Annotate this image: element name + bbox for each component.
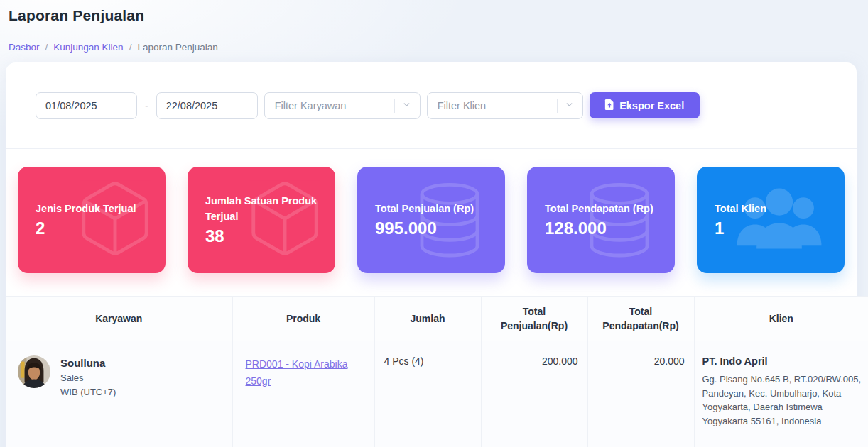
stat-value: 38 [205, 226, 322, 246]
column-header-total-pendapatan: Total Pendapatan(Rp) [587, 297, 694, 341]
column-header-karyawan: Karyawan [6, 297, 232, 341]
stat-value: 995.000 [375, 219, 492, 238]
stat-card-total-klien: Total Klien 1 [697, 167, 845, 273]
employee-timezone: WIB (UTC+7) [60, 385, 116, 399]
page-title: Laporan Penjualan [9, 7, 868, 24]
column-header-jumlah: Jumlah [374, 297, 481, 341]
filter-bar: - Filter Karyawan Filter Klien [6, 62, 857, 149]
table-header-row: Karyawan Produk Jumlah Total Penjualan(R… [6, 297, 868, 341]
date-to-input[interactable] [156, 92, 258, 119]
breadcrumb-kunjungan-klien[interactable]: Kunjungan Klien [53, 42, 123, 53]
chevron-down-icon [565, 99, 574, 112]
file-export-icon [604, 99, 614, 112]
stat-card-total-pendapatan: Total Pendapatan (Rp) 128.000 [527, 167, 675, 273]
content-panel: - Filter Karyawan Filter Klien [6, 62, 857, 447]
breadcrumb-dasbor[interactable]: Dasbor [9, 42, 40, 53]
chevron-down-icon [402, 99, 411, 112]
stat-card-jumlah-satuan-produk: Jumlah Satuan Produk Terjual 38 [188, 167, 335, 273]
breadcrumb-separator: / [129, 42, 132, 53]
stat-label: Total Pendapatan (Rp) [545, 202, 662, 217]
stats-row: Jenis Produk Terjual 2 Jumlah Satuan Pro… [6, 149, 857, 273]
stat-label: Jenis Produk Terjual [36, 202, 153, 217]
column-header-klien: Klien [694, 297, 868, 341]
employee-name: Soulluna [60, 355, 116, 371]
column-header-total-penjualan: Total Penjualan(Rp) [481, 297, 587, 341]
employee-cell: Soulluna Sales WIB (UTC+7) [6, 355, 232, 399]
client-filter-placeholder: Filter Klien [438, 100, 487, 111]
total-penjualan-cell: 200.000 [481, 341, 587, 447]
employee-filter-select[interactable]: Filter Karyawan [264, 92, 421, 119]
page-header: Laporan Penjualan Dasbor / Kunjungan Kli… [0, 0, 868, 53]
report-table-wrap: Karyawan Produk Jumlah Total Penjualan(R… [6, 296, 868, 447]
table-row: Soulluna Sales WIB (UTC+7) PRD001 - Kopi… [6, 341, 868, 447]
stat-label: Total Klien [715, 202, 832, 217]
client-address: Gg. Pisang No.645 B, RT.020/RW.005, Pand… [702, 372, 868, 428]
employee-filter-placeholder: Filter Karyawan [275, 100, 347, 111]
stat-value: 2 [36, 219, 153, 238]
select-divider [394, 99, 395, 113]
breadcrumb: Dasbor / Kunjungan Klien / Laporan Penju… [9, 42, 868, 53]
employee-role: Sales [60, 371, 116, 385]
report-table: Karyawan Produk Jumlah Total Penjualan(R… [6, 296, 868, 447]
breadcrumb-separator: / [45, 42, 48, 53]
quantity-cell: 4 Pcs (4) [374, 341, 481, 447]
avatar [18, 355, 50, 388]
export-excel-button[interactable]: Ekspor Excel [590, 92, 700, 118]
total-pendapatan-cell: 20.000 [587, 341, 694, 447]
date-from-input[interactable] [36, 92, 137, 119]
export-excel-label: Ekspor Excel [619, 100, 684, 111]
stat-label: Total Penjualan (Rp) [375, 202, 492, 217]
date-range-separator: - [143, 100, 150, 111]
stat-value: 1 [715, 219, 832, 238]
stat-card-jenis-produk-terjual: Jenis Produk Terjual 2 [18, 167, 166, 273]
select-divider [557, 99, 558, 113]
client-name: PT. Indo April [702, 355, 868, 367]
breadcrumb-current: Laporan Penjualan [137, 42, 217, 53]
product-link[interactable]: PRD001 - Kopi Arabika 250gr [246, 358, 348, 387]
stat-card-total-penjualan: Total Penjualan (Rp) 995.000 [357, 167, 505, 273]
column-header-produk: Produk [232, 297, 374, 341]
stat-value: 128.000 [545, 219, 662, 238]
stat-label: Jumlah Satuan Produk Terjual [205, 194, 322, 225]
client-filter-select[interactable]: Filter Klien [427, 92, 583, 119]
